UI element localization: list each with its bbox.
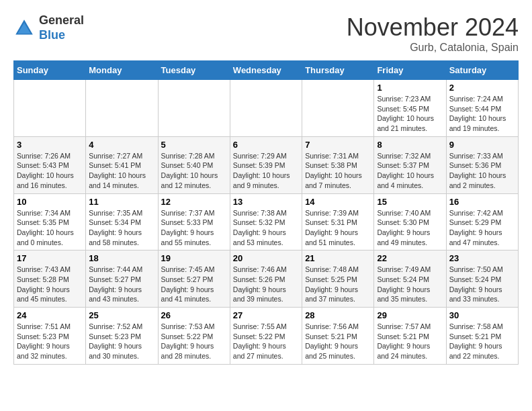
title-section: November 2024 Gurb, Catalonia, Spain [347,13,519,54]
day-info: Sunrise: 7:43 AMSunset: 5:28 PMDaylight:… [17,265,83,304]
day-number: 28 [305,310,371,320]
day-info: Sunrise: 7:55 AMSunset: 5:22 PMDaylight:… [233,322,299,361]
calendar-week-4: 17Sunrise: 7:43 AMSunset: 5:28 PMDayligh… [14,250,519,308]
calendar-cell: 24Sunrise: 7:51 AMSunset: 5:23 PMDayligh… [14,308,86,365]
day-number: 2 [449,83,515,93]
calendar-cell: 2Sunrise: 7:24 AMSunset: 5:44 PMDaylight… [446,80,518,137]
calendar-cell: 17Sunrise: 7:43 AMSunset: 5:28 PMDayligh… [14,250,86,308]
day-number: 29 [377,310,443,320]
day-info: Sunrise: 7:46 AMSunset: 5:26 PMDaylight:… [233,265,299,304]
calendar-cell: 7Sunrise: 7:31 AMSunset: 5:38 PMDaylight… [302,136,374,193]
calendar-cell: 12Sunrise: 7:37 AMSunset: 5:33 PMDayligh… [158,193,230,250]
calendar-cell: 8Sunrise: 7:32 AMSunset: 5:37 PMDaylight… [374,136,446,193]
weekday-header-monday: Monday [86,61,158,80]
day-info: Sunrise: 7:28 AMSunset: 5:40 PMDaylight:… [161,151,227,191]
logo-icon [13,17,35,39]
day-number: 15 [377,197,443,207]
day-number: 10 [17,197,83,207]
calendar-cell: 5Sunrise: 7:28 AMSunset: 5:40 PMDaylight… [158,136,230,193]
day-info: Sunrise: 7:51 AMSunset: 5:23 PMDaylight:… [17,322,83,361]
calendar-cell: 29Sunrise: 7:57 AMSunset: 5:21 PMDayligh… [374,308,446,365]
day-info: Sunrise: 7:38 AMSunset: 5:32 PMDaylight:… [233,208,299,248]
day-number: 24 [17,310,83,320]
day-info: Sunrise: 7:24 AMSunset: 5:44 PMDaylight:… [449,94,515,134]
calendar-cell: 22Sunrise: 7:49 AMSunset: 5:24 PMDayligh… [374,250,446,308]
calendar-cell: 6Sunrise: 7:29 AMSunset: 5:39 PMDaylight… [230,136,302,193]
calendar-cell: 25Sunrise: 7:52 AMSunset: 5:23 PMDayligh… [86,308,158,365]
calendar-body: 1Sunrise: 7:23 AMSunset: 5:45 PMDaylight… [14,80,519,365]
day-info: Sunrise: 7:31 AMSunset: 5:38 PMDaylight:… [305,151,371,191]
calendar-week-3: 10Sunrise: 7:34 AMSunset: 5:35 PMDayligh… [14,193,519,250]
calendar-cell: 19Sunrise: 7:45 AMSunset: 5:27 PMDayligh… [158,250,230,308]
day-number: 26 [161,310,227,320]
weekday-header-sunday: Sunday [14,61,86,80]
page-header: General Blue November 2024 Gurb, Catalon… [13,13,519,54]
day-number: 30 [449,310,515,320]
day-info: Sunrise: 7:44 AMSunset: 5:27 PMDaylight:… [89,265,154,304]
day-number: 12 [161,197,227,207]
calendar-week-2: 3Sunrise: 7:26 AMSunset: 5:43 PMDaylight… [14,136,519,193]
day-info: Sunrise: 7:56 AMSunset: 5:21 PMDaylight:… [305,322,371,361]
day-info: Sunrise: 7:23 AMSunset: 5:45 PMDaylight:… [377,94,443,134]
calendar-cell: 28Sunrise: 7:56 AMSunset: 5:21 PMDayligh… [302,308,374,365]
day-number: 27 [233,310,299,320]
calendar-cell: 3Sunrise: 7:26 AMSunset: 5:43 PMDaylight… [14,136,86,193]
month-title: November 2024 [347,13,519,42]
day-info: Sunrise: 7:52 AMSunset: 5:23 PMDaylight:… [89,322,154,361]
location-subtitle: Gurb, Catalonia, Spain [347,42,519,54]
calendar-header: SundayMondayTuesdayWednesdayThursdayFrid… [14,61,519,80]
calendar-cell: 4Sunrise: 7:27 AMSunset: 5:41 PMDaylight… [86,136,158,193]
day-info: Sunrise: 7:45 AMSunset: 5:27 PMDaylight:… [161,265,227,304]
day-info: Sunrise: 7:37 AMSunset: 5:33 PMDaylight:… [161,208,227,248]
logo-text-blue: Blue [39,28,65,42]
weekday-header-saturday: Saturday [446,61,518,80]
day-info: Sunrise: 7:42 AMSunset: 5:29 PMDaylight:… [449,208,515,248]
calendar-cell: 26Sunrise: 7:53 AMSunset: 5:22 PMDayligh… [158,308,230,365]
day-info: Sunrise: 7:53 AMSunset: 5:22 PMDaylight:… [161,322,227,361]
day-info: Sunrise: 7:40 AMSunset: 5:30 PMDaylight:… [377,208,443,248]
day-info: Sunrise: 7:29 AMSunset: 5:39 PMDaylight:… [233,151,299,191]
calendar-cell: 15Sunrise: 7:40 AMSunset: 5:30 PMDayligh… [374,193,446,250]
calendar-week-5: 24Sunrise: 7:51 AMSunset: 5:23 PMDayligh… [14,308,519,365]
calendar-cell: 20Sunrise: 7:46 AMSunset: 5:26 PMDayligh… [230,250,302,308]
day-number: 22 [377,253,443,263]
day-number: 4 [89,140,154,150]
day-number: 20 [233,253,299,263]
day-info: Sunrise: 7:34 AMSunset: 5:35 PMDaylight:… [17,208,83,248]
calendar-cell: 14Sunrise: 7:39 AMSunset: 5:31 PMDayligh… [302,193,374,250]
day-number: 25 [89,310,154,320]
weekday-header-thursday: Thursday [302,61,374,80]
day-info: Sunrise: 7:27 AMSunset: 5:41 PMDaylight:… [89,151,154,191]
calendar-cell: 27Sunrise: 7:55 AMSunset: 5:22 PMDayligh… [230,308,302,365]
calendar-cell [14,80,86,137]
calendar-cell: 30Sunrise: 7:58 AMSunset: 5:21 PMDayligh… [446,308,518,365]
day-info: Sunrise: 7:57 AMSunset: 5:21 PMDaylight:… [377,322,443,361]
day-number: 14 [305,197,371,207]
day-info: Sunrise: 7:58 AMSunset: 5:21 PMDaylight:… [449,322,515,361]
logo-text-general: General [39,13,84,27]
day-info: Sunrise: 7:48 AMSunset: 5:25 PMDaylight:… [305,265,371,304]
day-number: 21 [305,253,371,263]
calendar-cell [302,80,374,137]
day-number: 1 [377,83,443,93]
weekday-header-wednesday: Wednesday [230,61,302,80]
calendar-cell: 9Sunrise: 7:33 AMSunset: 5:36 PMDaylight… [446,136,518,193]
calendar-cell: 10Sunrise: 7:34 AMSunset: 5:35 PMDayligh… [14,193,86,250]
calendar-cell: 11Sunrise: 7:35 AMSunset: 5:34 PMDayligh… [86,193,158,250]
weekday-header-tuesday: Tuesday [158,61,230,80]
calendar-cell: 23Sunrise: 7:50 AMSunset: 5:24 PMDayligh… [446,250,518,308]
day-info: Sunrise: 7:50 AMSunset: 5:24 PMDaylight:… [449,265,515,304]
logo: General Blue [13,13,84,42]
calendar-cell: 1Sunrise: 7:23 AMSunset: 5:45 PMDaylight… [374,80,446,137]
calendar-cell: 18Sunrise: 7:44 AMSunset: 5:27 PMDayligh… [86,250,158,308]
day-number: 9 [449,140,515,150]
calendar-table: SundayMondayTuesdayWednesdayThursdayFrid… [13,60,519,365]
calendar-cell: 13Sunrise: 7:38 AMSunset: 5:32 PMDayligh… [230,193,302,250]
day-number: 13 [233,197,299,207]
day-info: Sunrise: 7:35 AMSunset: 5:34 PMDaylight:… [89,208,154,248]
weekday-header-friday: Friday [374,61,446,80]
calendar-cell: 16Sunrise: 7:42 AMSunset: 5:29 PMDayligh… [446,193,518,250]
weekday-row: SundayMondayTuesdayWednesdayThursdayFrid… [14,61,519,80]
day-number: 8 [377,140,443,150]
calendar-cell [86,80,158,137]
